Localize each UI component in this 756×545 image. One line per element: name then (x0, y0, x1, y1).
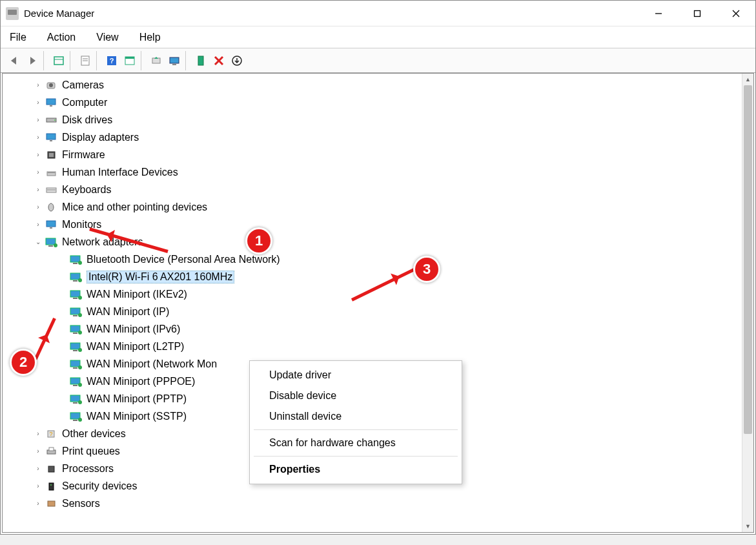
context-menu-item[interactable]: Scan for hardware changes (250, 433, 462, 453)
menu-file[interactable]: File (8, 29, 28, 46)
expand-chevron-icon[interactable]: › (34, 465, 43, 472)
svg-point-54 (78, 331, 82, 334)
app-icon (6, 7, 19, 20)
context-menu-item[interactable]: Update driver (250, 365, 462, 386)
tree-node-label: Disk drives (62, 114, 112, 126)
svg-rect-62 (73, 385, 77, 386)
svg-rect-58 (70, 360, 80, 367)
expand-chevron-icon[interactable]: › (34, 99, 43, 106)
svg-rect-37 (46, 238, 56, 245)
tree-node-child[interactable]: WAN Miniport (IPv6) (5, 320, 742, 338)
svg-rect-14 (170, 57, 179, 63)
disable-device-button[interactable] (229, 52, 245, 69)
menu-view[interactable]: View (95, 29, 119, 46)
tree-node[interactable]: ›Disk drives (5, 111, 742, 129)
minimize-button[interactable] (639, 1, 678, 26)
svg-point-51 (78, 313, 82, 317)
context-menu-item[interactable]: Disable device (250, 386, 462, 406)
expand-chevron-icon[interactable]: › (34, 151, 43, 158)
back-button[interactable] (6, 52, 23, 69)
action-button[interactable] (121, 52, 138, 69)
device-category-icon (45, 480, 58, 492)
show-hidden-button[interactable] (50, 52, 67, 69)
close-icon (732, 10, 740, 17)
tree-node-label: WAN Miniport (Network Mon (87, 358, 217, 370)
context-menu-item[interactable]: Uninstall device (250, 406, 462, 427)
tree-node-label: Monitors (62, 219, 101, 231)
svg-point-60 (78, 365, 82, 369)
vertical-scrollbar[interactable]: ▲ ▼ (742, 74, 753, 532)
help-button[interactable]: ? (103, 52, 120, 69)
tree-node[interactable]: ›Keyboards (5, 181, 742, 198)
svg-rect-53 (73, 333, 77, 334)
context-menu-separator (254, 456, 458, 457)
tree-node[interactable]: ›Computer (5, 94, 742, 111)
svg-rect-12 (125, 57, 134, 59)
minimize-icon (655, 10, 662, 17)
forward-button[interactable] (24, 52, 41, 69)
expand-chevron-icon[interactable]: › (34, 203, 43, 211)
device-icon (70, 271, 83, 283)
expand-chevron-icon[interactable]: › (34, 116, 43, 123)
tree-node[interactable]: ›Firmware (5, 146, 742, 163)
tree-node[interactable]: ›Sensors (5, 495, 742, 512)
menu-help[interactable]: Help (138, 29, 162, 46)
tree-node[interactable]: ›Mice and other pointing devices (5, 198, 742, 216)
close-button[interactable] (717, 1, 755, 26)
svg-rect-61 (70, 378, 80, 384)
enable-device-button[interactable] (192, 52, 209, 69)
device-manager-window: Device Manager File Action View Help (0, 0, 756, 535)
tree-node-label: WAN Miniport (PPTP) (87, 393, 187, 405)
scrollbar-thumb[interactable] (744, 85, 752, 434)
tree-node-child[interactable]: Intel(R) Wi-Fi 6 AX201 160MHz (5, 268, 742, 285)
scroll-down-button[interactable]: ▼ (742, 520, 753, 532)
context-menu-separator (254, 429, 458, 430)
svg-point-25 (54, 119, 56, 121)
svg-rect-1 (695, 10, 700, 16)
context-menu-item[interactable]: Properties (250, 459, 462, 480)
device-icon (70, 254, 83, 265)
tree-node-label: Other devices (62, 428, 126, 440)
svg-rect-50 (73, 315, 77, 316)
expand-chevron-icon[interactable]: › (34, 430, 43, 437)
svg-point-48 (78, 296, 82, 300)
expand-chevron-icon[interactable]: ⌄ (34, 238, 43, 245)
tree-node-child[interactable]: Bluetooth Device (Personal Area Network) (5, 251, 742, 268)
update-driver-button[interactable] (148, 52, 165, 69)
expand-chevron-icon[interactable]: › (34, 482, 43, 489)
scroll-up-button[interactable]: ▲ (742, 74, 753, 85)
properties-button[interactable] (77, 52, 94, 69)
tree-node-child[interactable]: WAN Miniport (IP) (5, 303, 742, 320)
expand-chevron-icon[interactable]: › (34, 169, 43, 176)
device-category-icon (45, 236, 58, 248)
expand-chevron-icon[interactable]: › (34, 500, 43, 507)
device-category-icon (45, 149, 58, 161)
svg-point-42 (78, 261, 82, 265)
annotation-badge-1: 1 (245, 227, 272, 254)
tree-node-label: Security devices (62, 480, 138, 492)
maximize-button[interactable] (678, 1, 717, 26)
tree-node[interactable]: ›Cameras (5, 76, 742, 94)
tree-node-child[interactable]: WAN Miniport (L2TP) (5, 338, 742, 355)
uninstall-device-button[interactable] (210, 52, 227, 69)
tree-node-label: Keyboards (62, 184, 112, 196)
tree-node-label: Human Interface Devices (62, 167, 178, 178)
expand-chevron-icon[interactable]: › (34, 186, 43, 193)
tree-node[interactable]: ›Human Interface Devices (5, 163, 742, 181)
expand-chevron-icon[interactable]: › (34, 134, 43, 141)
window-controls (639, 1, 755, 26)
menu-action[interactable]: Action (46, 29, 77, 46)
svg-rect-15 (172, 64, 176, 65)
expand-chevron-icon[interactable]: › (34, 81, 43, 88)
expand-chevron-icon[interactable]: › (34, 221, 43, 228)
expand-chevron-icon[interactable]: › (34, 447, 43, 455)
svg-rect-67 (70, 413, 80, 419)
svg-rect-36 (50, 227, 52, 229)
svg-point-21 (49, 83, 53, 87)
scan-hardware-button[interactable] (166, 52, 183, 69)
svg-rect-27 (50, 140, 52, 141)
tree-node[interactable]: ›Display adapters (5, 129, 742, 146)
tree-node[interactable]: ›Monitors (5, 216, 742, 233)
svg-rect-40 (70, 256, 80, 262)
svg-rect-49 (70, 308, 80, 314)
